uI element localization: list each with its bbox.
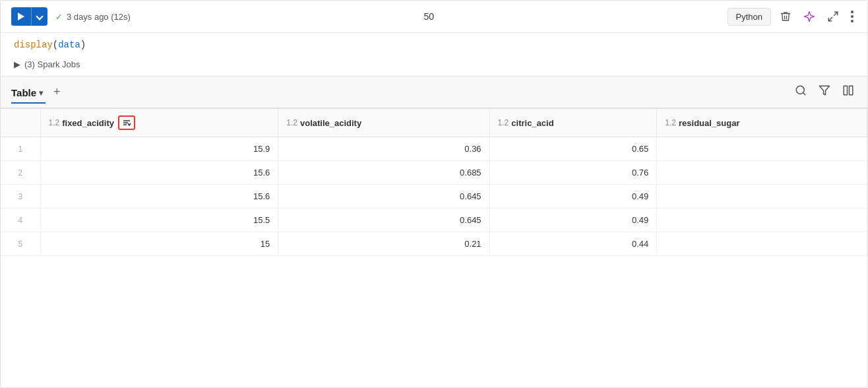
row-count: 50 [423, 11, 434, 22]
columns-button[interactable] [840, 82, 857, 102]
table-tab-label: Table [11, 87, 36, 98]
th-row-num [1, 109, 40, 137]
cell-volatile_acidity: 0.21 [278, 232, 489, 256]
col-type-fixed-acidity: 1.2 [49, 118, 60, 127]
col-label-fixed-acidity: fixed_acidity [62, 118, 114, 128]
search-icon [795, 84, 807, 96]
filter-icon [819, 84, 830, 96]
svg-point-4 [851, 20, 853, 22]
spark-jobs-arrow: ▶ [14, 59, 20, 69]
table-row: 315.60.6450.49 [1, 185, 867, 209]
code-area: display(data) [1, 33, 867, 55]
data-table: 1.2 fixed_acidity [1, 109, 867, 256]
cell-fixed_acidity: 15 [40, 232, 278, 256]
sparkle-icon [803, 11, 815, 22]
table-toolbar-right [792, 82, 857, 102]
cell-residual_sugar [657, 209, 867, 232]
cell-citric_acid: 0.65 [489, 137, 657, 161]
notebook-cell: ✓ 3 days ago (12s) 50 Python [0, 0, 868, 388]
status-indicator: ✓ 3 days ago (12s) [55, 12, 131, 22]
code-close-paren: ) [80, 40, 86, 50]
cell-fixed_acidity: 15.9 [40, 137, 278, 161]
cell-toolbar: ✓ 3 days ago (12s) 50 Python [1, 1, 867, 33]
table-row: 5150.210.44 [1, 232, 867, 256]
cell-row_num: 1 [1, 137, 40, 161]
svg-line-1 [828, 18, 832, 21]
row-count-display: 50 [139, 11, 720, 22]
spark-jobs-row[interactable]: ▶ (3) Spark Jobs [1, 55, 867, 76]
cell-residual_sugar [657, 185, 867, 209]
col-type-residual-sugar: 1.2 [665, 118, 676, 127]
col-label-residual-sugar: residual_sugar [679, 118, 740, 128]
cell-row_num: 4 [1, 209, 40, 232]
expand-button[interactable] [824, 7, 842, 26]
table-section: Table ▾ + [1, 76, 867, 256]
filter-button[interactable] [816, 82, 833, 102]
cell-volatile_acidity: 0.685 [278, 161, 489, 185]
cell-citric_acid: 0.49 [489, 185, 657, 209]
cell-fixed_acidity: 15.6 [40, 185, 278, 209]
cell-volatile_acidity: 0.36 [278, 137, 489, 161]
search-button[interactable] [792, 82, 809, 102]
table-tab[interactable]: Table ▾ [11, 87, 46, 104]
run-button-group [11, 7, 47, 26]
cell-volatile_acidity: 0.645 [278, 185, 489, 209]
cell-citric_acid: 0.49 [489, 209, 657, 232]
th-citric-acid[interactable]: 1.2 citric_acid [489, 109, 657, 137]
delete-button[interactable] [776, 7, 795, 26]
cell-fixed_acidity: 15.6 [40, 161, 278, 185]
table-row: 415.50.6450.49 [1, 209, 867, 232]
columns-icon [842, 84, 854, 96]
more-icon [851, 11, 853, 22]
cell-residual_sugar [657, 161, 867, 185]
svg-point-2 [851, 11, 853, 13]
run-button[interactable] [11, 8, 31, 25]
chevron-down-icon [36, 13, 43, 20]
spark-jobs-label: (3) Spark Jobs [24, 59, 80, 69]
svg-rect-9 [850, 86, 853, 95]
code-open-paren: ( [53, 40, 58, 50]
th-fixed-acidity[interactable]: 1.2 fixed_acidity [40, 109, 278, 137]
cell-fixed_acidity: 15.5 [40, 209, 278, 232]
svg-marker-7 [820, 86, 830, 95]
table-row: 215.60.6850.76 [1, 161, 867, 185]
delete-icon [780, 11, 791, 22]
th-volatile-acidity[interactable]: 1.2 volatile_acidity [278, 109, 489, 137]
svg-rect-8 [844, 86, 847, 95]
svg-line-0 [834, 12, 838, 15]
check-icon: ✓ [55, 12, 63, 22]
cell-row_num: 5 [1, 232, 40, 256]
more-options-button[interactable] [848, 7, 857, 26]
svg-line-6 [803, 92, 805, 94]
toolbar-right: Python [728, 7, 857, 26]
table-row: 115.90.360.65 [1, 137, 867, 161]
code-argument: data [58, 40, 80, 50]
sort-desc-icon [122, 118, 131, 127]
cell-citric_acid: 0.76 [489, 161, 657, 185]
table-toolbar: Table ▾ + [1, 77, 867, 109]
cell-residual_sugar [657, 137, 867, 161]
sort-button-fixed-acidity[interactable] [118, 115, 135, 130]
cell-citric_acid: 0.44 [489, 232, 657, 256]
table-header-row: 1.2 fixed_acidity [1, 109, 867, 137]
th-residual-sugar[interactable]: 1.2 residual_sugar [657, 109, 867, 137]
data-table-wrapper: 1.2 fixed_acidity [1, 109, 867, 256]
cell-row_num: 3 [1, 185, 40, 209]
run-dropdown-button[interactable] [32, 9, 47, 24]
ai-assist-button[interactable] [800, 7, 819, 26]
code-function-name: display [14, 40, 53, 50]
col-label-volatile-acidity: volatile_acidity [300, 118, 361, 128]
cell-volatile_acidity: 0.645 [278, 209, 489, 232]
col-type-volatile-acidity: 1.2 [286, 118, 297, 127]
expand-icon [827, 11, 839, 22]
col-label-citric-acid: citric_acid [511, 118, 553, 128]
cell-row_num: 2 [1, 161, 40, 185]
status-text: 3 days ago (12s) [67, 12, 131, 22]
col-type-citric-acid: 1.2 [498, 118, 509, 127]
add-view-button[interactable]: + [48, 85, 66, 99]
svg-point-3 [851, 15, 853, 18]
play-icon [18, 13, 24, 20]
table-tab-chevron-icon: ▾ [39, 88, 43, 98]
language-button[interactable]: Python [728, 8, 771, 26]
cell-residual_sugar [657, 232, 867, 256]
